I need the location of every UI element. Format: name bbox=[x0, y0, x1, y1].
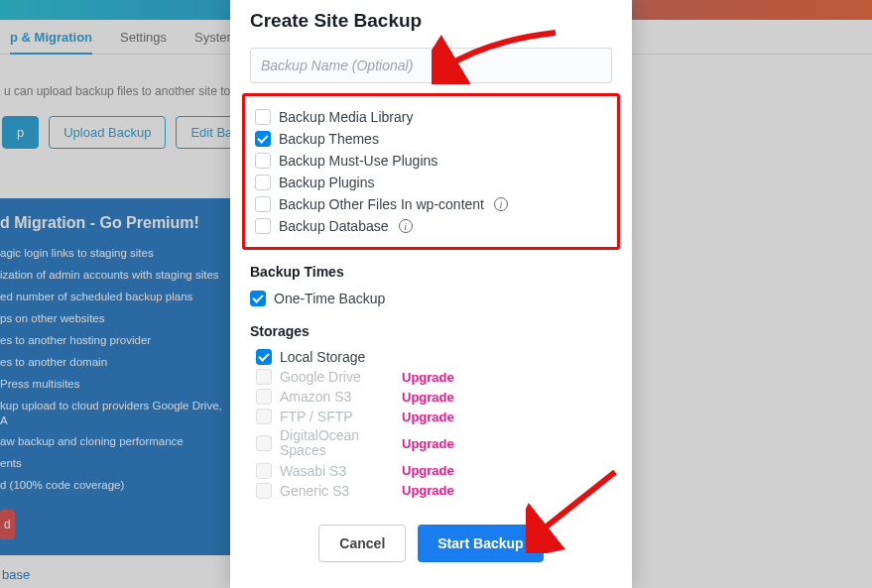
section-backup-times: Backup Times bbox=[250, 264, 612, 280]
upgrade-link[interactable]: Upgrade bbox=[402, 436, 454, 451]
start-backup-button[interactable]: Start Backup bbox=[418, 525, 543, 562]
checkbox-icon[interactable] bbox=[255, 218, 271, 234]
option-label: Backup Plugins bbox=[279, 175, 375, 190]
checkbox-icon bbox=[256, 435, 272, 451]
option-plugins[interactable]: Backup Plugins bbox=[249, 172, 609, 193]
storage-local[interactable]: Local Storage bbox=[250, 347, 612, 367]
storage-amazon-s3: Amazon S3 Upgrade bbox=[250, 387, 612, 407]
create-backup-modal: Create Site Backup Backup Media Library … bbox=[230, 0, 632, 588]
checkbox-icon[interactable] bbox=[255, 196, 271, 212]
option-label: Backup Media Library bbox=[279, 109, 413, 125]
checkbox-icon[interactable] bbox=[255, 109, 271, 125]
checkbox-icon[interactable] bbox=[255, 131, 271, 147]
option-label: Backup Themes bbox=[279, 131, 379, 147]
storage-label: Wasabi S3 bbox=[280, 463, 394, 479]
storage-ftp-sftp: FTP / SFTP Upgrade bbox=[250, 407, 612, 426]
option-other-files[interactable]: Backup Other Files In wp-content i bbox=[249, 193, 609, 215]
option-mu-plugins[interactable]: Backup Must-Use Plugins bbox=[249, 150, 609, 172]
backup-name-input[interactable] bbox=[250, 48, 612, 83]
option-database[interactable]: Backup Database i bbox=[249, 215, 609, 237]
storage-digitalocean: DigitalOcean Spaces Upgrade bbox=[250, 426, 612, 461]
upgrade-link[interactable]: Upgrade bbox=[402, 463, 454, 478]
checkbox-icon bbox=[256, 389, 272, 405]
checkbox-icon[interactable] bbox=[256, 349, 272, 365]
modal-footer: Cancel Start Backup bbox=[250, 525, 612, 562]
checkbox-icon bbox=[256, 463, 272, 479]
upgrade-link[interactable]: Upgrade bbox=[402, 410, 454, 424]
storage-generic-s3: Generic S3 Upgrade bbox=[250, 481, 612, 501]
option-one-time[interactable]: One-Time Backup bbox=[250, 288, 612, 309]
option-label: Backup Other Files In wp-content bbox=[279, 196, 484, 212]
storage-label: FTP / SFTP bbox=[280, 409, 394, 424]
info-icon[interactable]: i bbox=[399, 219, 413, 233]
backup-options-highlight: Backup Media Library Backup Themes Backu… bbox=[242, 93, 620, 250]
info-icon[interactable]: i bbox=[494, 197, 508, 211]
option-label: Backup Must-Use Plugins bbox=[279, 153, 437, 169]
upgrade-link[interactable]: Upgrade bbox=[402, 390, 454, 405]
cancel-button[interactable]: Cancel bbox=[318, 525, 406, 562]
storage-label: DigitalOcean Spaces bbox=[280, 428, 394, 459]
option-media-library[interactable]: Backup Media Library bbox=[249, 106, 609, 128]
modal-title: Create Site Backup bbox=[250, 10, 612, 32]
storage-google-drive: Google Drive Upgrade bbox=[250, 367, 612, 387]
option-themes[interactable]: Backup Themes bbox=[249, 128, 609, 150]
upgrade-link[interactable]: Upgrade bbox=[402, 483, 454, 498]
upgrade-link[interactable]: Upgrade bbox=[402, 370, 454, 385]
checkbox-icon bbox=[256, 483, 272, 499]
storage-label: Amazon S3 bbox=[280, 389, 394, 405]
checkbox-icon[interactable] bbox=[255, 153, 271, 169]
option-label: One-Time Backup bbox=[274, 291, 385, 306]
checkbox-icon[interactable] bbox=[255, 175, 271, 190]
checkbox-icon bbox=[256, 409, 272, 424]
storage-label: Google Drive bbox=[280, 369, 394, 385]
checkbox-icon bbox=[256, 369, 272, 385]
option-label: Backup Database bbox=[279, 218, 389, 234]
storage-label: Generic S3 bbox=[280, 483, 394, 499]
checkbox-icon[interactable] bbox=[250, 291, 266, 306]
section-storages: Storages bbox=[250, 323, 612, 339]
storage-label: Local Storage bbox=[280, 349, 394, 365]
storage-wasabi: Wasabi S3 Upgrade bbox=[250, 461, 612, 481]
